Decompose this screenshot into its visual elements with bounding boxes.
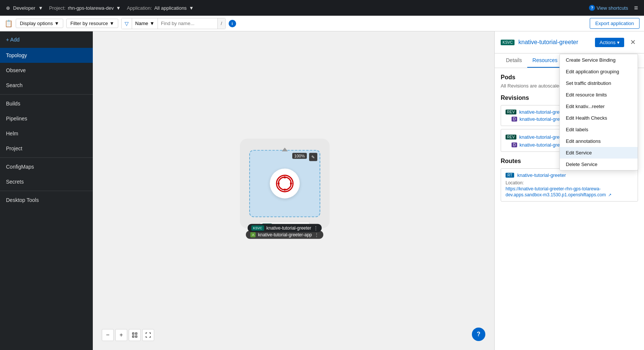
display-options-button[interactable]: Display options ▼ <box>16 19 63 28</box>
app-selector[interactable]: Application: All applications ▼ <box>127 5 194 11</box>
menu-item-edit-health-checks[interactable]: Edit Health Checks <box>560 112 638 124</box>
sidebar-item-secrets[interactable]: Secrets <box>0 174 93 189</box>
name-filter-btn[interactable]: Name ▼ <box>132 18 158 29</box>
book-icon: 📋 <box>4 19 13 28</box>
app-group: ✎ 100% <box>240 139 330 239</box>
fullscreen-icon <box>146 332 151 338</box>
menu-item-edit-resource-limits[interactable]: Edit resource limits <box>560 89 638 101</box>
sidebar-item-helm[interactable]: Helm <box>0 126 93 141</box>
topology-canvas[interactable]: ✎ 100% <box>93 31 494 350</box>
ksvc-more-icon[interactable]: ⋮ <box>314 225 318 231</box>
menu-item-edit-service[interactable]: Edit Service <box>560 147 638 159</box>
sidebar-item-desktop-tools[interactable]: Desktop Tools <box>0 193 93 208</box>
zoom-in-button[interactable]: + <box>115 329 127 341</box>
filter-by-resource-button[interactable]: Filter by resource ▼ <box>66 19 118 28</box>
zoom-controls: − + <box>102 329 154 341</box>
menu-item-create-service-binding[interactable]: Create Service Binding <box>560 54 638 66</box>
actions-dropdown: Create Service Binding Edit application … <box>559 54 638 171</box>
secrets-label: Secrets <box>6 179 24 185</box>
dev-arrow-icon: ▼ <box>38 5 43 11</box>
top-bar: ⊕ Developer ▼ Project: rhn-gps-tolarewa-… <box>0 0 644 16</box>
dev-icon: ⊕ <box>6 5 10 11</box>
desktop-tools-label: Desktop Tools <box>6 197 39 203</box>
right-panel: KSVC knative-tutorial-greeter Actions ▾ … <box>494 31 644 350</box>
actions-label: Actions <box>599 40 616 45</box>
filter-by-resource-label: Filter by resource <box>70 21 108 26</box>
panel-close-button[interactable]: ✕ <box>628 37 638 47</box>
menu-item-set-traffic[interactable]: Set traffic distribution <box>560 77 638 89</box>
sidebar-item-search[interactable]: Search <box>0 78 93 93</box>
sidebar-item-pipelines[interactable]: Pipelines <box>0 111 93 126</box>
route-url-link[interactable]: https://knative-tutorial-greeter-rhn-gps… <box>506 186 606 197</box>
route-name-link[interactable]: knative-tutorial-greeter <box>517 172 566 178</box>
ksvc-name: knative-tutorial-greeter <box>266 225 311 231</box>
tab-resources[interactable]: Resources <box>527 53 563 68</box>
d-badge-1: D <box>512 117 517 122</box>
menu-item-edit-knativ-reeter[interactable]: Edit knativ...reeter <box>560 101 638 112</box>
filter-resource-arrow-icon: ▼ <box>109 21 114 26</box>
app-a-badge: A <box>250 232 256 237</box>
zoom-out-button[interactable]: − <box>102 329 114 341</box>
rt-badge: RT <box>506 173 514 178</box>
sidebar-item-project[interactable]: Project <box>0 141 93 156</box>
app-more-icon[interactable]: ⋮ <box>314 232 319 237</box>
project-prefix: Project: <box>49 5 65 11</box>
export-application-button[interactable]: Export application <box>590 18 640 29</box>
svg-rect-7 <box>132 336 134 337</box>
d-badge-2: D <box>512 142 517 147</box>
help-circle-icon: ? <box>589 5 595 11</box>
topology-label: Topology <box>6 52 27 58</box>
sync-icon-container[interactable] <box>270 169 300 199</box>
add-button[interactable]: + Add <box>0 31 93 48</box>
view-shortcuts-link[interactable]: ? View shortcuts <box>589 5 628 11</box>
tab-details[interactable]: Details <box>501 53 527 68</box>
menu-item-delete-service[interactable]: Delete Service <box>560 159 638 170</box>
helm-label: Helm <box>6 131 18 136</box>
panel-resize-handle[interactable] <box>495 31 497 350</box>
sidebar-item-topology[interactable]: Topology <box>0 48 93 63</box>
help-button[interactable]: ? <box>472 328 485 341</box>
observe-label: Observe <box>6 67 26 73</box>
name-label: Name <box>135 21 148 26</box>
external-link-icon: ↗ <box>608 193 611 197</box>
sidebar-divider-2 <box>0 157 93 158</box>
sidebar-item-builds[interactable]: Builds <box>0 96 93 111</box>
service-inner: ✎ 100% <box>249 150 320 217</box>
route-location-label: Location: <box>506 180 633 185</box>
routes-card: RT knative-tutorial-greeter Location: ht… <box>501 168 638 202</box>
fullscreen-button[interactable] <box>142 329 154 341</box>
info-indicator[interactable]: i <box>229 20 236 27</box>
panel-title: knative-tutorial-greeter <box>518 39 591 46</box>
project-arrow-icon: ▼ <box>116 5 121 11</box>
arrow-up-icon <box>282 148 288 151</box>
name-arrow-icon: ▼ <box>150 21 155 26</box>
actions-button[interactable]: Actions ▾ <box>595 38 624 47</box>
traffic-badge: 100% <box>292 153 306 159</box>
project-name: rhn-gps-tolarewa-dev <box>68 5 114 11</box>
filter-icon-btn[interactable]: ▽ <box>122 18 132 29</box>
hamburger-menu-icon[interactable]: ≡ <box>634 4 638 12</box>
name-filter-group: ▽ Name ▼ / <box>121 18 225 29</box>
rev-badge-1: REV <box>506 110 516 114</box>
service-outer[interactable]: ✎ 100% <box>240 139 330 228</box>
edit-icon[interactable]: ✎ <box>309 153 317 161</box>
developer-logo[interactable]: ⊕ Developer ▼ <box>6 5 43 11</box>
panel-ksvc-badge: KSVC <box>501 40 515 45</box>
sidebar-item-configmaps[interactable]: ConfigMaps <box>0 159 93 174</box>
display-options-arrow-icon: ▼ <box>54 21 59 26</box>
slash-shortcut: / <box>217 18 225 29</box>
find-by-name-input[interactable] <box>158 18 217 29</box>
sidebar-item-observe[interactable]: Observe <box>0 63 93 78</box>
menu-item-edit-app-grouping[interactable]: Edit application grouping <box>560 66 638 77</box>
fit-screen-button[interactable] <box>129 329 141 341</box>
menu-item-edit-labels[interactable]: Edit labels <box>560 124 638 135</box>
add-label: + Add <box>6 37 19 43</box>
topology-area: ✎ 100% <box>240 139 330 239</box>
menu-item-edit-annotations[interactable]: Edit annotations <box>560 135 638 147</box>
shortcuts-label: View shortcuts <box>596 5 628 11</box>
route-header: RT knative-tutorial-greeter <box>506 172 633 178</box>
ksvc-label[interactable]: KSVC knative-tutorial-greeter ⋮ <box>247 224 322 232</box>
display-options-label: Display options <box>20 21 53 26</box>
project-selector[interactable]: Project: rhn-gps-tolarewa-dev ▼ <box>49 5 121 11</box>
panel-header: KSVC knative-tutorial-greeter Actions ▾ … <box>495 31 644 53</box>
